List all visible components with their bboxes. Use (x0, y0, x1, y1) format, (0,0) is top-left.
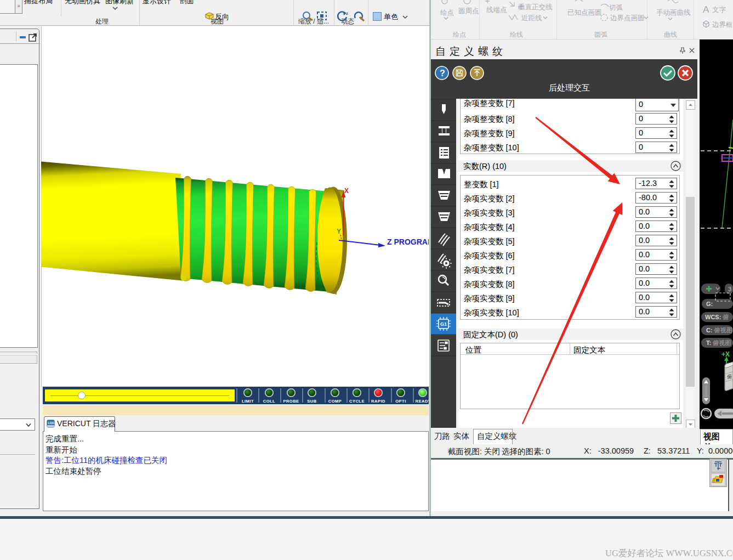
svg-text:READY: READY (416, 399, 429, 404)
svg-text:COLL: COLL (263, 399, 275, 404)
svg-text:CYCLE: CYCLE (349, 399, 365, 404)
svg-text:?: ? (440, 69, 445, 78)
svg-text:3: 3 (728, 286, 731, 292)
svg-text:LOG: LOG (48, 421, 54, 425)
svg-text:PROBE: PROBE (283, 399, 299, 404)
svg-text:LIMIT: LIMIT (242, 399, 254, 404)
svg-text:WCS: 俯: WCS: 俯 (705, 314, 729, 320)
svg-text:z: z (346, 11, 348, 16)
svg-text:OPTI: OPTI (395, 399, 406, 404)
svg-text:G1: G1 (440, 321, 447, 327)
svg-text:+X: +X (721, 350, 730, 358)
svg-text:俯: 俯 (727, 374, 732, 380)
svg-text:C: 俯视图: C: 俯视图 (706, 327, 732, 333)
svg-text:SUB: SUB (307, 399, 316, 404)
svg-text:G:: G: (706, 301, 713, 307)
svg-text:T: 俯视图: T: 俯视图 (706, 340, 731, 346)
svg-text:RAPID: RAPID (371, 399, 385, 404)
svg-text:后处理交互: 后处理交互 (549, 83, 590, 92)
svg-text:COMP: COMP (328, 399, 342, 404)
